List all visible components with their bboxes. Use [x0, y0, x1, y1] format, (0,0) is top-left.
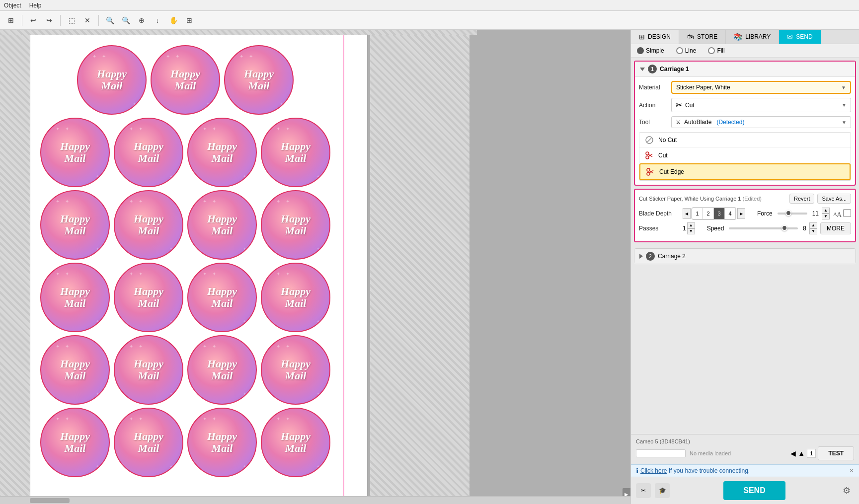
depth-num-1[interactable]: 1 — [692, 208, 703, 219]
carriage2-header[interactable]: 2 Carriage 2 — [634, 249, 856, 264]
new-button[interactable]: ⊞ — [4, 13, 18, 27]
view-line-label: Line — [685, 47, 697, 54]
save-as-button[interactable]: Save As... — [817, 194, 851, 204]
force-up[interactable]: ▲ — [822, 208, 830, 214]
design-icon: ⊞ — [639, 33, 645, 41]
info-icon: ℹ — [636, 467, 638, 475]
sticker-label: HappyMail — [60, 286, 90, 309]
tab-send[interactable]: ✉ SEND — [779, 30, 821, 44]
depth-num-3[interactable]: 3 — [714, 208, 725, 219]
view-mode-fill[interactable]: Fill — [708, 47, 724, 54]
cut-settings-edited: (Edited) — [742, 196, 762, 202]
send-icon-2[interactable]: 🎓 — [655, 483, 670, 498]
blade-force-row: Blade Depth ◀ 1 2 3 4 ▶ Force — [639, 208, 851, 219]
toolbar: ⊞ ↩ ↪ ⬚ ✕ 🔍 🔍 ⊕ ↓ ✋ ⊞ — [0, 11, 859, 30]
force-thumb[interactable] — [785, 210, 791, 216]
sticker-label: HappyMail — [60, 431, 90, 454]
list-item: HappyMail — [40, 263, 110, 332]
speed-down[interactable]: ▼ — [809, 228, 817, 234]
svg-point-2 — [646, 152, 649, 155]
send-icons: ✂ 🎓 — [636, 483, 670, 498]
close-button[interactable]: ✕ — [80, 13, 94, 27]
cut-settings-title: Cut Sticker Paper, White Using Carriage … — [639, 196, 762, 202]
svg-point-3 — [646, 156, 649, 159]
zoom-fit-button[interactable]: ⊕ — [135, 13, 149, 27]
action-row: Action ✂ Cut ▼ — [639, 98, 851, 112]
speed-label: Speed — [707, 225, 724, 232]
svg-text:A: A — [837, 211, 842, 218]
speed-thumb[interactable] — [781, 225, 787, 231]
text-size-icon: AA — [833, 209, 842, 218]
force-stepper: ▲ ▼ — [822, 208, 830, 219]
sticker-label: HappyMail — [207, 358, 237, 382]
zoom-out-button[interactable]: 🔍 — [119, 13, 133, 27]
revert-button[interactable]: Revert — [789, 194, 814, 204]
list-item: HappyMail — [261, 263, 330, 332]
menu-help[interactable]: Help — [29, 2, 42, 9]
tab-store[interactable]: 🛍 STORE — [679, 30, 726, 44]
pan-button[interactable]: ✋ — [166, 13, 180, 27]
list-item: HappyMail — [114, 408, 183, 477]
view-mode-simple[interactable]: Simple — [637, 47, 664, 54]
svg-point-7 — [647, 172, 650, 175]
view-simple-label: Simple — [646, 47, 664, 54]
list-item: HappyMail — [187, 335, 257, 405]
tab-library[interactable]: 📚 LIBRARY — [726, 30, 779, 44]
info-close-icon[interactable]: ✕ — [849, 467, 854, 474]
canvas-area[interactable]: HappyMail HappyMail HappyMail HappyMail … — [0, 30, 630, 504]
info-link[interactable]: Click here — [640, 467, 667, 474]
force-value: 11 — [812, 210, 819, 217]
more-button[interactable]: MORE — [820, 222, 851, 234]
tool-label: Tool — [639, 119, 671, 126]
move-down-button[interactable]: ↓ — [151, 13, 164, 27]
no-cut-option[interactable]: No Cut — [639, 133, 851, 148]
depth-num-2[interactable]: 2 — [703, 208, 714, 219]
sticker-label: HappyMail — [281, 358, 311, 382]
cut-edge-option[interactable]: Cut Edge — [639, 163, 851, 180]
media-status: No media loaded — [690, 450, 731, 456]
depth-num-4[interactable]: 4 — [725, 208, 736, 219]
send-icon-1[interactable]: ✂ — [636, 483, 651, 498]
up-arrow-icon[interactable]: ▲ — [798, 449, 805, 457]
material-dropdown[interactable]: Sticker Paper, White ▼ — [671, 81, 851, 94]
force-row: Force 11 ▲ ▼ AA — [757, 208, 851, 219]
material-value: Sticker Paper, White ▼ — [671, 81, 851, 94]
view-mode-line[interactable]: Line — [676, 47, 697, 54]
zoom-in-button[interactable]: 🔍 — [103, 13, 117, 27]
scroll-thumb[interactable] — [30, 498, 70, 503]
sticker-label: HappyMail — [281, 431, 311, 454]
cut-settings-title-text: Cut Sticker Paper, White Using Carriage … — [639, 196, 741, 202]
force-down[interactable]: ▼ — [822, 214, 830, 219]
menu-object[interactable]: Object — [4, 2, 21, 9]
speed-up[interactable]: ▲ — [809, 222, 817, 228]
radio-simple[interactable] — [637, 47, 644, 54]
tool-value: ⚔ AutoBlade (Detected) ▼ — [671, 116, 851, 128]
canvas-scrollbar[interactable] — [0, 496, 630, 504]
blade-depth-decrease[interactable]: ◀ — [683, 208, 691, 219]
left-arrow-icon[interactable]: ◀ — [790, 449, 796, 457]
undo-button[interactable]: ↩ — [26, 13, 40, 27]
passes-speed-row: Passes 1 ▲ ▼ Speed 8 — [639, 222, 851, 234]
radio-line[interactable] — [676, 47, 683, 54]
passes-up[interactable]: ▲ — [687, 222, 695, 228]
store-icon: 🛍 — [687, 33, 694, 41]
add-button[interactable]: ⊞ — [182, 13, 196, 27]
redo-button[interactable]: ↪ — [42, 13, 56, 27]
info-bar: ℹ Click here if you have trouble connect… — [631, 464, 859, 477]
send-button[interactable]: SEND — [723, 481, 785, 500]
blade-depth-increase[interactable]: ▶ — [737, 208, 745, 219]
passes-down[interactable]: ▼ — [687, 228, 695, 234]
tool-dropdown[interactable]: ⚔ AutoBlade (Detected) ▼ — [671, 116, 851, 128]
tab-design[interactable]: ⊞ DESIGN — [631, 30, 679, 44]
gear-icon[interactable]: ⚙ — [839, 483, 854, 498]
select-button[interactable]: ⬚ — [65, 13, 78, 27]
carriage1-header[interactable]: 1 Carriage 1 — [635, 62, 855, 77]
tab-bar: ⊞ DESIGN 🛍 STORE 📚 LIBRARY ✉ SEND — [631, 30, 859, 44]
test-button[interactable]: TEST — [818, 446, 854, 460]
radio-fill[interactable] — [708, 47, 715, 54]
list-item: HappyMail — [114, 335, 183, 405]
action-dropdown[interactable]: ✂ Cut ▼ — [671, 98, 851, 112]
tool-row: Tool ⚔ AutoBlade (Detected) ▼ — [639, 116, 851, 128]
cut-option[interactable]: Cut — [639, 148, 851, 163]
passes-stepper: ▲ ▼ — [687, 222, 695, 234]
